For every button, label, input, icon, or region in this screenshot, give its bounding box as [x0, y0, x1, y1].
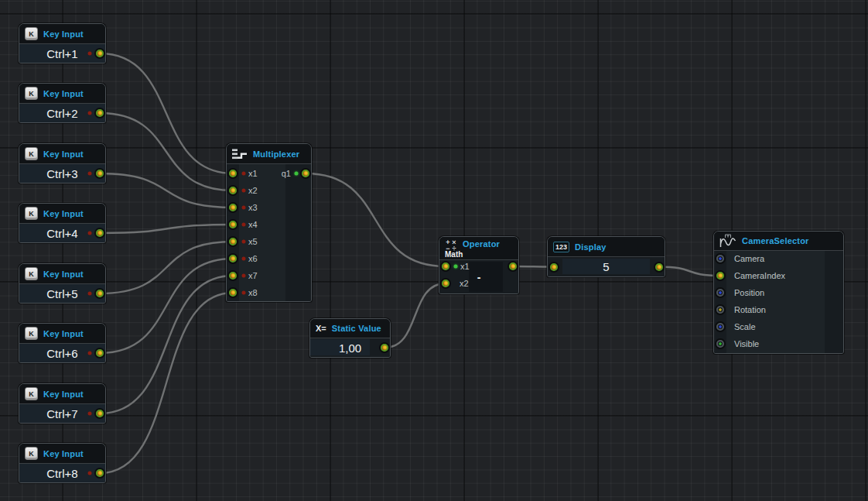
input-port-x5[interactable] — [229, 238, 237, 245]
node-key8[interactable]: KKey InputCtrl+8 — [19, 443, 106, 483]
node-body: Ctrl+4 — [19, 224, 105, 242]
value-field[interactable]: Ctrl+1 — [19, 44, 105, 63]
output-port[interactable] — [96, 469, 104, 477]
pin-label-Position: Position — [734, 288, 764, 297]
wire[interactable] — [100, 242, 233, 293]
node-editor-canvas[interactable]: KKey InputCtrl+1KKey InputCtrl+2KKey Inp… — [0, 0, 868, 501]
node-title: Key Input — [43, 209, 84, 218]
green-indicator — [295, 172, 299, 176]
node-key7[interactable]: KKey InputCtrl+7 — [19, 383, 106, 424]
wire[interactable] — [306, 173, 446, 266]
wire[interactable] — [384, 283, 446, 348]
wire[interactable] — [659, 267, 720, 276]
red-indicator — [242, 291, 246, 295]
output-port[interactable] — [96, 349, 104, 357]
value-field[interactable]: 1,00 — [310, 338, 390, 357]
node-header: +×−÷OperatorMath — [439, 237, 518, 260]
wire[interactable] — [100, 113, 233, 190]
pin-label-Camera: Camera — [734, 254, 764, 263]
wire[interactable] — [100, 225, 233, 233]
pin-label-Visible: Visible — [734, 339, 759, 348]
node-disp[interactable]: 123Display5 — [547, 236, 665, 277]
value-field[interactable]: Ctrl+6 — [19, 344, 105, 362]
input-port-Rotation[interactable] — [716, 306, 724, 314]
key-icon: K — [25, 327, 38, 340]
output-port[interactable] — [96, 109, 104, 117]
red-indicator — [88, 232, 92, 235]
wire[interactable] — [100, 259, 233, 353]
value-field[interactable]: Ctrl+8 — [19, 464, 105, 482]
node-header: X=Static Value — [310, 319, 390, 338]
output-port-out[interactable] — [509, 263, 517, 270]
output-port[interactable] — [381, 344, 388, 352]
pin-label-x1: x1 — [248, 169, 258, 178]
value-field[interactable]: Ctrl+4 — [19, 224, 105, 242]
node-header: KKey Input — [19, 84, 105, 104]
red-indicator — [242, 240, 246, 244]
input-port-x4[interactable] — [229, 221, 237, 228]
wire[interactable] — [100, 53, 233, 173]
red-indicator — [88, 112, 92, 115]
input-port-Scale[interactable] — [716, 323, 724, 331]
value-field[interactable]: Ctrl+2 — [19, 104, 105, 122]
input-port-x2[interactable] — [442, 280, 449, 287]
red-indicator — [242, 172, 246, 176]
node-key3[interactable]: KKey InputCtrl+3 — [19, 143, 106, 184]
output-port-q1[interactable] — [302, 170, 309, 177]
node-body: Ctrl+1 — [19, 44, 105, 63]
input-port-x2[interactable] — [229, 187, 237, 194]
node-key4[interactable]: KKey InputCtrl+4 — [19, 203, 106, 243]
node-mux[interactable]: Multiplexerx1x2x3x4x5x6x7x8q1 — [226, 143, 312, 302]
node-static[interactable]: X=Static Value1,00 — [309, 318, 391, 358]
input-port-x3[interactable] — [229, 204, 237, 211]
output-port[interactable] — [96, 229, 104, 237]
value-field[interactable]: Ctrl+5 — [19, 284, 105, 303]
input-port-x7[interactable] — [229, 272, 237, 280]
node-key6[interactable]: KKey InputCtrl+6 — [19, 323, 106, 363]
static-value-icon: X= — [316, 324, 326, 333]
output-port[interactable] — [655, 263, 663, 271]
node-header: KKey Input — [19, 444, 105, 464]
node-header: KKey Input — [19, 24, 105, 44]
input-port[interactable] — [550, 263, 558, 271]
input-port-CameraIndex[interactable] — [716, 272, 724, 280]
node-key1[interactable]: KKey InputCtrl+1 — [19, 23, 106, 63]
pin-label-x7: x7 — [248, 271, 258, 280]
node-title: Key Input — [43, 269, 84, 279]
node-body: 1,00 — [310, 338, 390, 357]
node-title: Key Input — [43, 389, 84, 399]
labels-band — [726, 251, 825, 353]
input-port-x1[interactable] — [442, 263, 449, 270]
pin-label-x6: x6 — [248, 254, 258, 263]
camera-selector-icon — [719, 234, 736, 249]
node-body: Ctrl+2 — [19, 104, 105, 122]
value-field[interactable]: 5 — [548, 257, 665, 276]
input-port-Camera[interactable] — [716, 255, 724, 263]
value-field[interactable]: Ctrl+7 — [19, 404, 105, 423]
input-port-x1[interactable] — [229, 170, 237, 177]
node-key2[interactable]: KKey InputCtrl+2 — [19, 83, 106, 123]
input-port-Visible[interactable] — [716, 340, 724, 348]
output-port[interactable] — [96, 410, 104, 417]
node-body: -x1x2 — [439, 260, 518, 293]
node-op[interactable]: +×−÷OperatorMath-x1x2 — [439, 236, 519, 294]
pin-label-x4: x4 — [248, 220, 258, 229]
node-subtitle: Math — [445, 250, 463, 259]
wire[interactable] — [100, 293, 233, 473]
output-port[interactable] — [96, 290, 104, 297]
red-indicator — [88, 352, 92, 355]
red-indicator — [242, 206, 246, 210]
input-port-x6[interactable] — [229, 255, 237, 263]
value-field[interactable]: Ctrl+3 — [19, 164, 105, 183]
key-icon: K — [25, 207, 38, 220]
output-port[interactable] — [96, 50, 104, 57]
pin-label-x1: x1 — [460, 262, 470, 271]
node-header: 123Display — [548, 237, 665, 257]
input-port-Position[interactable] — [716, 289, 724, 297]
output-port[interactable] — [96, 170, 104, 177]
node-cam[interactable]: CameraSelectorCameraCameraIndexPositionR… — [713, 231, 844, 354]
node-key5[interactable]: KKey InputCtrl+5 — [19, 263, 106, 304]
wire[interactable] — [100, 173, 233, 208]
node-title: CameraSelector — [742, 236, 809, 245]
input-port-x8[interactable] — [229, 289, 237, 297]
